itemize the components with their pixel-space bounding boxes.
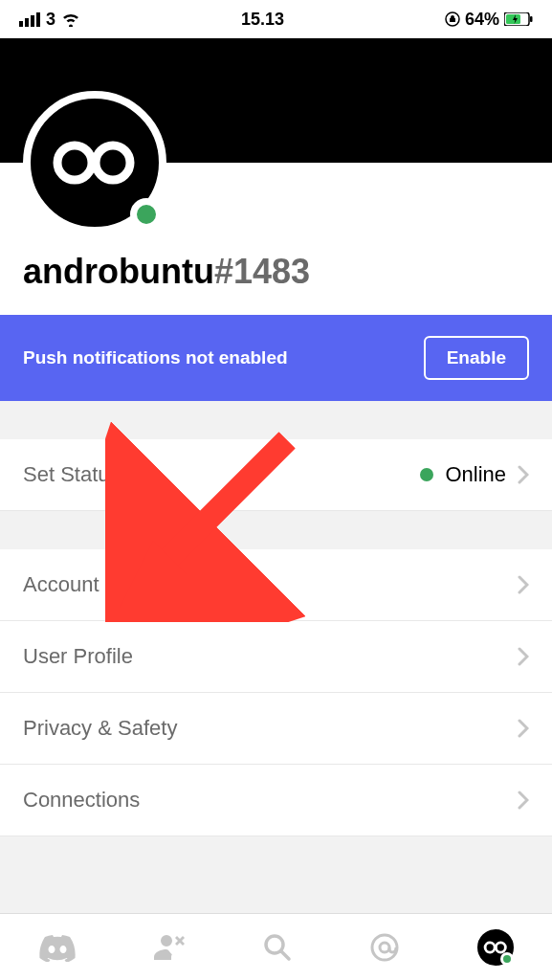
svg-rect-3 (530, 16, 533, 22)
search-icon (263, 933, 292, 962)
enable-button[interactable]: Enable (424, 336, 529, 380)
orientation-lock-icon (445, 11, 460, 27)
row-label: Privacy & Safety (23, 716, 177, 741)
nav-profile[interactable] (477, 929, 514, 966)
discord-icon (38, 933, 77, 962)
svg-line-8 (281, 951, 289, 959)
bottom-nav (0, 913, 552, 980)
svg-rect-6 (90, 159, 99, 167)
avatar-logo-icon (52, 139, 138, 187)
svg-rect-13 (494, 946, 497, 947)
chevron-right-icon (518, 465, 529, 484)
status-left: 3 (19, 10, 80, 30)
carrier-label: 3 (46, 10, 55, 30)
wifi-icon (61, 12, 80, 27)
battery-icon (504, 12, 533, 26)
nav-search[interactable] (263, 933, 292, 962)
battery-percent: 64% (465, 10, 499, 30)
svg-point-12 (496, 942, 505, 951)
svg-point-5 (96, 145, 130, 180)
clock: 15.13 (241, 10, 284, 30)
nav-avatar-icon (477, 929, 514, 966)
profile-section: androbuntu#1483 (0, 163, 552, 315)
mentions-icon (369, 932, 400, 963)
row-label: User Profile (23, 644, 133, 669)
nav-presence-dot (500, 952, 514, 966)
chevron-right-icon (518, 647, 529, 666)
section-gap (0, 511, 552, 549)
presence-indicator (130, 198, 163, 231)
row-label: Account (23, 572, 99, 597)
account-row[interactable]: Account (0, 549, 552, 621)
set-status-row[interactable]: Set Status Online (0, 439, 552, 511)
chevron-right-icon (518, 791, 529, 810)
username: androbuntu (23, 252, 214, 291)
status-value: Online (445, 462, 506, 487)
user-profile-row[interactable]: User Profile (0, 621, 552, 693)
chevron-right-icon (518, 719, 529, 738)
notification-banner: Push notifications not enabled Enable (0, 315, 552, 401)
username-display: androbuntu#1483 (23, 252, 529, 292)
svg-point-11 (485, 942, 495, 951)
section-gap (0, 401, 552, 439)
svg-point-4 (57, 145, 92, 180)
online-dot-icon (420, 468, 433, 481)
nav-home[interactable] (38, 933, 77, 962)
friends-icon (154, 933, 187, 962)
nav-friends[interactable] (154, 933, 187, 962)
row-label: Set Status (23, 462, 121, 487)
discriminator: #1483 (214, 252, 310, 291)
nav-mentions[interactable] (369, 932, 400, 963)
row-label: Connections (23, 788, 140, 813)
connections-row[interactable]: Connections (0, 765, 552, 836)
svg-point-9 (372, 935, 397, 960)
privacy-safety-row[interactable]: Privacy & Safety (0, 693, 552, 765)
chevron-right-icon (518, 575, 529, 594)
status-right: 64% (445, 10, 533, 30)
notification-message: Push notifications not enabled (23, 347, 288, 368)
ios-status-bar: 3 15.13 64% (0, 0, 552, 38)
signal-icon (19, 12, 40, 27)
